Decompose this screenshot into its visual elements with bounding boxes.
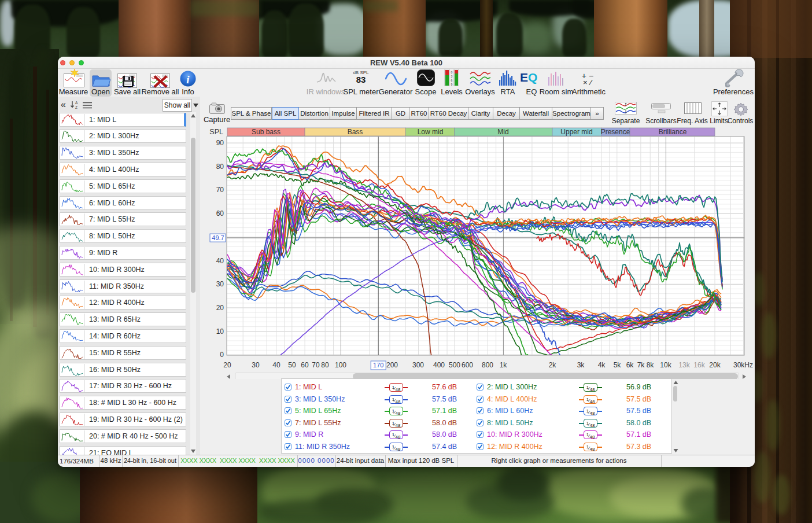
svg-text:Bass: Bass <box>348 128 363 136</box>
svg-text:0: 0 <box>451 71 453 74</box>
svg-text:40: 40 <box>272 361 280 369</box>
svg-text:9: 9 <box>451 83 453 86</box>
svg-text:A: A <box>75 101 78 105</box>
svg-text:6k: 6k <box>626 361 634 369</box>
svg-text:5k: 5k <box>614 361 622 369</box>
svg-text:49.7: 49.7 <box>212 234 224 241</box>
svg-text:Sub bass: Sub bass <box>252 128 280 136</box>
svg-text:Upper mid: Upper mid <box>560 128 592 136</box>
svg-text:300: 300 <box>412 361 424 369</box>
svg-text:60: 60 <box>301 361 309 369</box>
svg-text:Z: Z <box>75 105 77 109</box>
svg-text:2k: 2k <box>549 361 557 369</box>
svg-text:50: 50 <box>288 361 296 369</box>
svg-text:500: 500 <box>449 361 460 369</box>
svg-text:30: 30 <box>216 280 224 288</box>
svg-text:8k: 8k <box>647 361 655 369</box>
svg-text:3k: 3k <box>577 361 585 369</box>
svg-text:16k: 16k <box>693 361 705 369</box>
svg-text:10k: 10k <box>660 361 671 369</box>
svg-text:90: 90 <box>216 139 224 147</box>
svg-text:30: 30 <box>252 361 260 369</box>
svg-text:200: 200 <box>386 361 398 369</box>
svg-text:20k: 20k <box>709 361 721 369</box>
svg-text:70: 70 <box>216 186 224 194</box>
svg-text:i: i <box>186 73 190 86</box>
svg-text:800: 800 <box>482 361 493 369</box>
svg-text:20: 20 <box>216 304 224 312</box>
svg-text:40: 40 <box>216 257 224 265</box>
svg-text:170: 170 <box>373 362 383 369</box>
svg-text:Low mid: Low mid <box>418 128 444 136</box>
svg-text:1k: 1k <box>500 361 508 369</box>
svg-text:4k: 4k <box>598 361 606 369</box>
svg-text:10: 10 <box>216 327 224 336</box>
svg-text:6: 6 <box>451 79 453 82</box>
svg-text:80: 80 <box>321 361 329 369</box>
svg-text:70: 70 <box>312 361 320 369</box>
svg-text:60: 60 <box>216 209 224 218</box>
svg-text:13k: 13k <box>678 361 690 369</box>
svg-text:30kHz: 30kHz <box>733 361 753 369</box>
svg-text:20: 20 <box>223 361 231 369</box>
svg-text:600: 600 <box>462 361 473 369</box>
svg-text:SPL: SPL <box>209 128 223 136</box>
svg-text:3: 3 <box>451 75 453 78</box>
svg-text:Mid: Mid <box>497 128 508 136</box>
svg-text:100: 100 <box>335 361 346 369</box>
svg-text:80: 80 <box>216 163 224 171</box>
svg-text:0: 0 <box>220 351 224 359</box>
svg-text:Presence: Presence <box>601 128 630 136</box>
svg-text:400: 400 <box>433 361 445 369</box>
svg-text:Brilliance: Brilliance <box>659 128 687 136</box>
svg-text:7k: 7k <box>637 361 645 369</box>
